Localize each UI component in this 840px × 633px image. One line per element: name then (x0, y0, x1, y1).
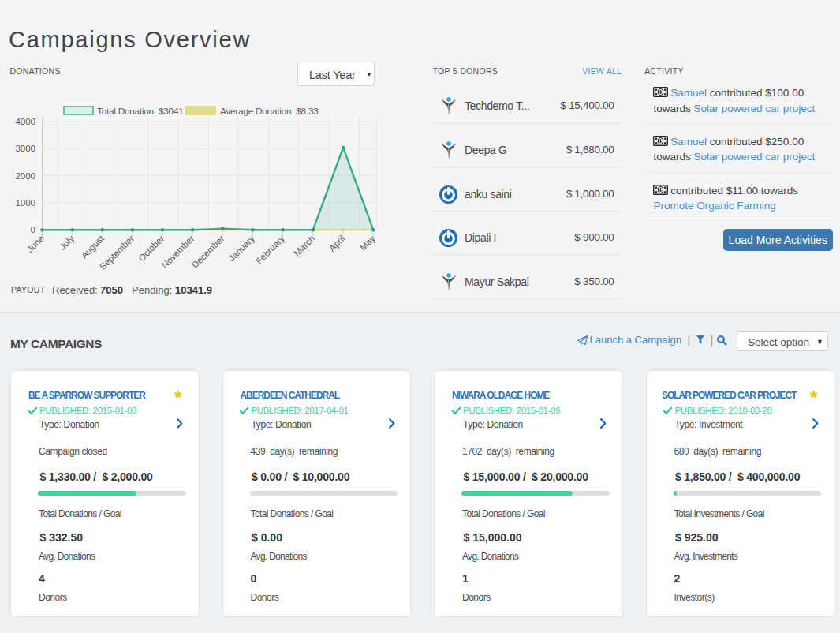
svg-text:October: October (136, 234, 166, 264)
svg-text:April: April (327, 234, 347, 253)
svg-text:May: May (358, 234, 377, 253)
svg-text:0: 0 (31, 225, 35, 234)
svg-text:2000: 2000 (15, 171, 35, 181)
svg-text:3000: 3000 (15, 144, 35, 153)
svg-text:August: August (79, 233, 106, 260)
svg-text:January: January (226, 234, 256, 264)
svg-text:March: March (292, 234, 316, 258)
svg-text:Average Donation: $8.33: Average Donation: $8.33 (220, 106, 319, 117)
svg-text:4000: 4000 (15, 117, 35, 126)
svg-text:July: July (58, 234, 76, 252)
svg-text:February: February (254, 234, 286, 266)
svg-text:December: December (190, 234, 226, 270)
svg-text:Total Donation: $3041: Total Donation: $3041 (97, 106, 184, 117)
svg-text:1000: 1000 (15, 198, 35, 208)
